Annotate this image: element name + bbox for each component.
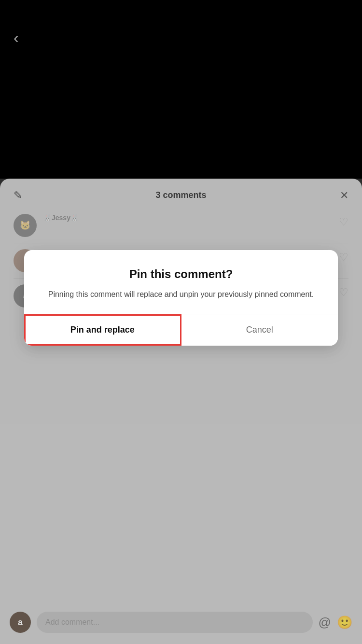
modal-description: Pinning this comment will replace and un… [43, 289, 319, 300]
modal-overlay [0, 179, 362, 644]
comments-panel: ✎ 3 comments ✕ 🐱 🐰Jessy🐰 ♡ ♡ a 19s ago R… [0, 179, 362, 644]
cancel-button[interactable]: Cancel [181, 314, 338, 346]
back-button[interactable]: ‹ [14, 29, 19, 47]
modal-title: Pin this comment? [43, 267, 319, 281]
pin-comment-dialog: Pin this comment? Pinning this comment w… [24, 250, 338, 346]
pin-and-replace-button[interactable]: Pin and replace [24, 314, 181, 346]
modal-body: Pin this comment? Pinning this comment w… [24, 250, 338, 300]
top-black-area: ‹ [0, 0, 362, 179]
modal-actions: Pin and replace Cancel [24, 314, 338, 346]
